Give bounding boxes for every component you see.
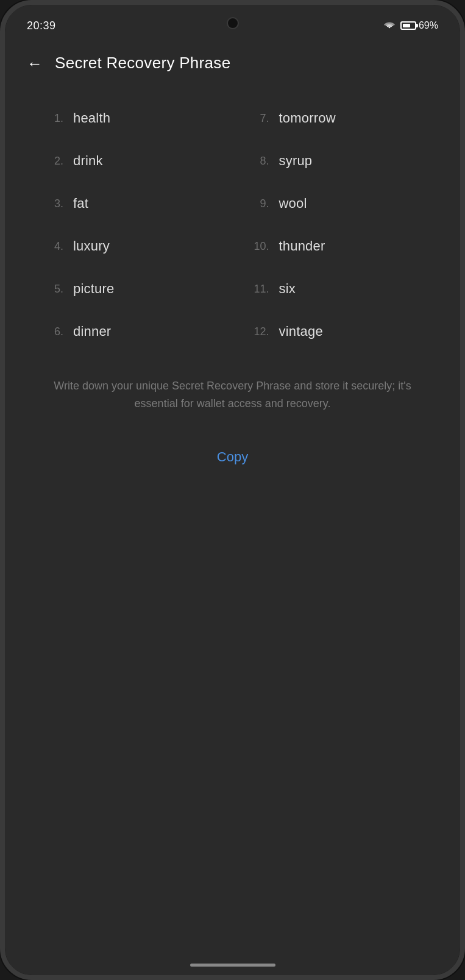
word-item-4: 4. luxury — [27, 225, 233, 268]
word-item-5: 5. picture — [27, 268, 233, 310]
status-time: 20:39 — [27, 20, 56, 32]
word-item-1: 1. health — [27, 97, 233, 140]
word-number-7: 7. — [239, 112, 269, 125]
wifi-icon — [383, 21, 396, 30]
word-number-12: 12. — [239, 325, 269, 338]
word-text-3: fat — [73, 196, 88, 211]
word-item-6: 6. dinner — [27, 310, 233, 353]
nav-pill — [190, 964, 275, 967]
word-row: 2. drink 8. syrup — [27, 140, 438, 182]
word-text-9: wool — [279, 196, 307, 211]
header: ← Secret Recovery Phrase — [5, 41, 460, 85]
word-text-5: picture — [73, 281, 114, 297]
word-text-4: luxury — [73, 238, 110, 254]
back-button[interactable]: ← — [27, 55, 43, 71]
word-row: 3. fat 9. wool — [27, 182, 438, 225]
word-text-12: vintage — [279, 324, 323, 339]
word-number-8: 8. — [239, 155, 269, 168]
volume-down-button — [0, 255, 2, 304]
word-text-11: six — [279, 281, 296, 297]
word-text-2: drink — [73, 153, 103, 169]
word-number-10: 10. — [239, 240, 269, 253]
word-number-5: 5. — [33, 283, 63, 296]
word-item-3: 3. fat — [27, 182, 233, 225]
phone-screen: 20:39 69% ← Secre — [5, 5, 460, 975]
phone-frame: 20:39 69% ← Secre — [0, 0, 465, 980]
word-item-7: 7. tomorrow — [233, 97, 439, 140]
volume-up-button — [0, 194, 2, 243]
content: 1. health 7. tomorrow 2. drink 8. — [5, 85, 460, 939]
word-number-3: 3. — [33, 197, 63, 210]
word-row: 4. luxury 10. thunder — [27, 225, 438, 268]
battery-fill — [403, 24, 410, 27]
battery-shape — [400, 21, 416, 30]
word-item-8: 8. syrup — [233, 140, 439, 182]
status-bar: 20:39 69% — [5, 5, 460, 41]
word-item-2: 2. drink — [27, 140, 233, 182]
battery-icon: 69% — [400, 20, 438, 31]
word-number-1: 1. — [33, 112, 63, 125]
instruction-text: Write down your unique Secret Recovery P… — [27, 377, 438, 413]
silent-button — [0, 151, 2, 182]
copy-button[interactable]: Copy — [27, 442, 438, 472]
word-row: 5. picture 11. six — [27, 268, 438, 310]
word-item-12: 12. vintage — [233, 310, 439, 353]
word-item-10: 10. thunder — [233, 225, 439, 268]
word-text-8: syrup — [279, 153, 313, 169]
word-text-10: thunder — [279, 238, 325, 254]
word-row: 1. health 7. tomorrow — [27, 97, 438, 140]
status-icons: 69% — [383, 20, 438, 31]
bottom-indicator — [5, 939, 460, 975]
word-number-4: 4. — [33, 240, 63, 253]
word-text-6: dinner — [73, 324, 111, 339]
word-grid: 1. health 7. tomorrow 2. drink 8. — [27, 97, 438, 353]
word-text-1: health — [73, 110, 110, 126]
page-title: Secret Recovery Phrase — [55, 54, 230, 73]
power-button — [463, 188, 465, 236]
word-text-7: tomorrow — [279, 110, 336, 126]
word-item-11: 11. six — [233, 268, 439, 310]
word-item-9: 9. wool — [233, 182, 439, 225]
camera-cutout — [227, 17, 239, 29]
battery-percent: 69% — [419, 20, 438, 31]
word-number-11: 11. — [239, 283, 269, 296]
word-row: 6. dinner 12. vintage — [27, 310, 438, 353]
word-number-9: 9. — [239, 197, 269, 210]
word-number-6: 6. — [33, 325, 63, 338]
word-number-2: 2. — [33, 155, 63, 168]
